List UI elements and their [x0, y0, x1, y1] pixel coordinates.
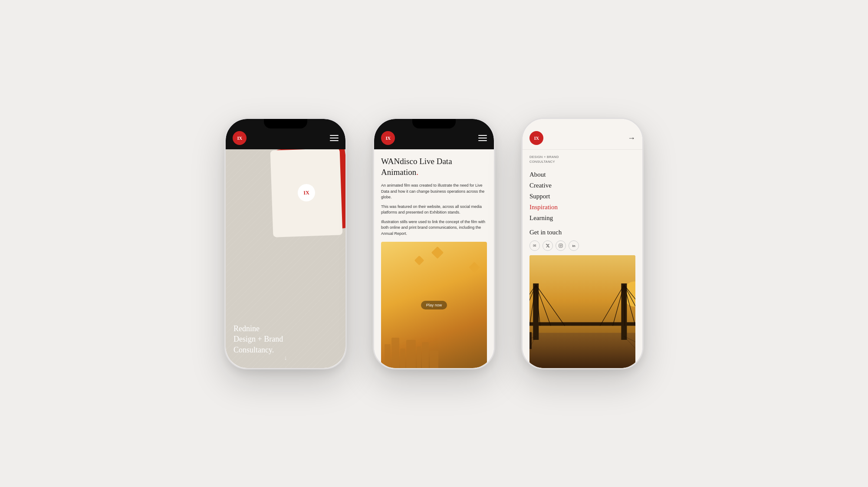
- svg-rect-27: [529, 332, 532, 349]
- twitter-icon[interactable]: [542, 240, 553, 251]
- phone-3-logo: IX: [529, 131, 543, 145]
- phone-1-title: Rednine Design + Brand Consultancy.: [233, 323, 338, 355]
- phone-3-body: DESIGN + BRAND CONSULTANCY About Creativ…: [523, 150, 642, 368]
- title-line1: Rednine: [233, 324, 260, 333]
- nav-item-creative[interactable]: Creative: [529, 180, 635, 191]
- card-logo: IX: [297, 184, 315, 201]
- nav-menu: About Creative Support Inspiration Learn…: [529, 169, 635, 224]
- diamond-3: [469, 262, 480, 273]
- linkedin-icon[interactable]: in: [569, 240, 579, 251]
- svg-rect-0: [559, 244, 562, 247]
- phone-1-logo: IX: [233, 131, 247, 145]
- title-line3: Consultancy.: [233, 346, 274, 354]
- nav-item-support[interactable]: Support: [529, 191, 635, 202]
- diamond-2: [414, 256, 424, 266]
- building-3: [400, 349, 405, 368]
- building-6: [422, 342, 429, 368]
- phone-2-logo: IX: [381, 131, 395, 145]
- play-button[interactable]: Play now: [421, 301, 447, 309]
- svg-point-1: [560, 245, 561, 246]
- card-front: IX: [270, 149, 343, 237]
- bridge-svg: [529, 255, 635, 368]
- city-buildings: [381, 333, 487, 368]
- svg-rect-6: [533, 283, 539, 340]
- building-5: [417, 346, 421, 368]
- phone-1-text: Rednine Design + Brand Consultancy.: [233, 323, 338, 355]
- svg-rect-4: [529, 333, 635, 368]
- phone-3: IX → DESIGN + BRAND CONSULTANCY About Cr…: [521, 118, 644, 369]
- bridge-image: [529, 255, 635, 368]
- article-para-3: Illustration stills were used to link th…: [381, 219, 487, 237]
- email-icon[interactable]: ✉: [529, 240, 540, 251]
- phone-3-notch: [561, 119, 604, 128]
- brand-line1: DESIGN + BRAND: [529, 155, 559, 159]
- article-title: WANdisco Live Data Animation.: [381, 156, 487, 178]
- phone-1: IX IX Rednine Design + Brand: [224, 118, 347, 369]
- building-4: [406, 340, 416, 368]
- diamond-1: [431, 247, 444, 259]
- nav-item-learning[interactable]: Learning: [529, 213, 635, 224]
- brand-line2: CONSULTANCY: [529, 160, 555, 164]
- building-7: [430, 351, 438, 368]
- nav-item-inspiration[interactable]: Inspiration: [529, 202, 635, 213]
- card-stack: IX: [259, 149, 345, 253]
- phone-2-notch: [412, 119, 456, 128]
- phone-1-notch: [264, 119, 307, 128]
- phone-3-content: IX → DESIGN + BRAND CONSULTANCY About Cr…: [523, 119, 642, 368]
- video-thumbnail[interactable]: Play now: [381, 242, 487, 368]
- brand-subtitle: DESIGN + BRAND CONSULTANCY: [529, 155, 635, 164]
- building-2: [391, 338, 399, 368]
- instagram-icon[interactable]: [556, 240, 566, 251]
- svg-point-2: [562, 244, 562, 245]
- phone-2: IX WANdisco Live Data Animation. An anim…: [373, 118, 495, 369]
- social-icons: ✉ in: [529, 240, 635, 251]
- article-para-1: An animated film was created to illustra…: [381, 183, 487, 201]
- phone-2-body: WANdisco Live Data Animation. An animate…: [374, 149, 494, 368]
- scroll-down-arrow: ↓: [284, 355, 287, 362]
- nav-item-about[interactable]: About: [529, 169, 635, 180]
- forward-arrow-icon[interactable]: →: [628, 134, 635, 143]
- article-para-2: This was featured on their website, acro…: [381, 204, 487, 216]
- building-1: [385, 344, 391, 368]
- phone-1-content: IX IX Rednine Design + Brand: [226, 119, 345, 368]
- phone-1-body: IX Rednine Design + Brand Consultancy. ↓: [226, 149, 345, 368]
- phone-2-menu-button[interactable]: [478, 135, 487, 141]
- phone-1-menu-button[interactable]: [330, 135, 339, 141]
- svg-rect-8: [529, 322, 635, 326]
- phone-2-content: IX WANdisco Live Data Animation. An anim…: [374, 119, 494, 368]
- scene: IX IX Rednine Design + Brand: [0, 0, 868, 487]
- get-in-touch-link[interactable]: Get in touch: [529, 229, 635, 236]
- title-line2: Design + Brand: [233, 335, 283, 343]
